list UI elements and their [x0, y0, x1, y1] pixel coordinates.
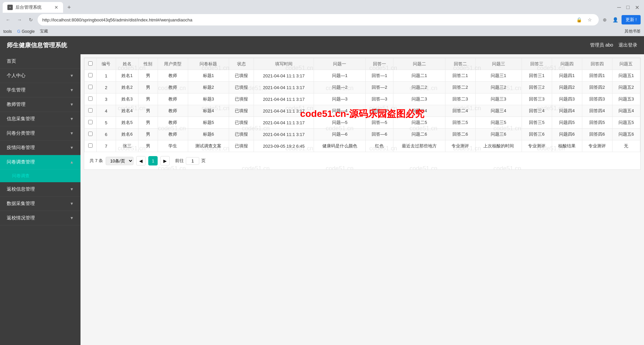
logout-button[interactable]: 退出登录 — [619, 42, 637, 48]
row-checkbox-input-6[interactable] — [88, 143, 93, 148]
page-1-button[interactable]: 1 — [148, 156, 158, 165]
bookmark-treasure[interactable]: 宝藏 — [40, 28, 48, 34]
row-a3-5: 回答三6 — [522, 129, 552, 140]
page-size-select[interactable]: 10条/页 20条/页 50条/页 — [106, 157, 133, 165]
row-a4-3: 回答四4 — [582, 105, 612, 117]
row-q2-4: 问题二5 — [393, 117, 445, 129]
row-checkbox-input-4[interactable] — [88, 120, 93, 124]
row-q2-5: 问题二6 — [393, 129, 445, 140]
header-q5: 问题五 — [612, 58, 640, 70]
tab-close-button[interactable]: ✕ — [54, 5, 58, 10]
row-user-type-4: 教师 — [158, 117, 188, 129]
sidebar-item-survey-manage[interactable]: 问卷调查管理 ▲ — [0, 155, 80, 169]
sidebar-item-return-school[interactable]: 返校信息管理 ▼ — [0, 182, 80, 197]
row-user-type-1: 教师 — [158, 82, 188, 93]
profile-icon[interactable]: 👤 — [611, 16, 620, 24]
row-a3-3: 回答三4 — [522, 105, 552, 117]
row-id-3: 4 — [97, 105, 116, 117]
row-q5-1: 问题五2 — [612, 82, 640, 93]
url-box[interactable]: http://localhost:8080/springboot43q56/ad… — [38, 14, 599, 25]
close-window-button[interactable]: ✕ — [633, 4, 641, 11]
prev-page-button[interactable]: ◀ — [136, 156, 146, 165]
row-a1-2: 回答—3 — [366, 93, 393, 105]
sidebar-sub-item-survey[interactable]: 问卷调查 — [0, 169, 80, 182]
bookmark-google[interactable]: G Google — [17, 29, 35, 34]
sidebar-data-collect-arrow: ▼ — [70, 201, 74, 206]
row-checkbox-input-2[interactable] — [88, 96, 93, 101]
sidebar-item-info-collect[interactable]: 信息采集管理 ▼ — [0, 112, 80, 126]
sidebar-item-data-collect[interactable]: 数据采集管理 ▼ — [0, 197, 80, 211]
sidebar-student-arrow: ▼ — [70, 88, 74, 92]
row-user-type-5: 教师 — [158, 129, 188, 140]
other-bookmarks[interactable]: 其他书签 — [625, 28, 641, 34]
row-q1-6: 健康码是什么颜色 — [314, 140, 366, 152]
page-input[interactable] — [186, 157, 199, 165]
reload-button[interactable]: ↻ — [26, 15, 36, 24]
row-q5-6: 无 — [612, 140, 640, 152]
bookmark-tools[interactable]: tools — [3, 29, 12, 34]
minimize-button[interactable]: ─ — [615, 4, 623, 11]
row-checkbox-input-1[interactable] — [88, 85, 93, 89]
sidebar-student-label: 学生管理 — [7, 87, 25, 93]
table-row: 1 姓名1 男 教师 标题1 已填报 2021-04-04 11:1 3:17 … — [85, 70, 640, 82]
sidebar-item-return-status[interactable]: 返校情况管理 ▼ — [0, 211, 80, 225]
row-fill-time-3: 2021-04-04 11:1 3:17 — [254, 105, 314, 117]
sidebar-item-questionnaire-category[interactable]: 问卷分类管理 ▼ — [0, 126, 80, 141]
maximize-button[interactable]: □ — [624, 4, 632, 11]
select-all-checkbox[interactable] — [88, 61, 93, 66]
sidebar-return-status-arrow: ▼ — [70, 216, 74, 220]
header-a3: 回答三 — [522, 58, 552, 70]
row-q2-6: 最近去过那些地方 — [393, 140, 445, 152]
browser-chrome: 后台管理系统 ✕ + ─ □ ✕ ← → ↻ http://localhost:… — [0, 0, 644, 36]
sidebar: 首页 个人中心 ▼ 学生管理 ▼ 教师管理 ▼ 信息采集管理 ▼ 问卷分类管理 … — [0, 54, 80, 345]
row-q4-4: 问题四5 — [552, 117, 582, 129]
row-status-0: 已填报 — [229, 70, 254, 82]
bookmarks-bar: tools G Google 宝藏 其他书签 — [0, 27, 644, 36]
sidebar-home-label: 首页 — [7, 58, 16, 64]
sidebar-item-student[interactable]: 学生管理 ▼ — [0, 83, 80, 97]
tab-favicon — [7, 5, 13, 10]
update-button[interactable]: 更新 ! — [622, 15, 641, 24]
next-page-button[interactable]: ▶ — [160, 156, 170, 165]
row-title-4: 标题5 — [188, 117, 229, 129]
row-status-1: 已填报 — [229, 82, 254, 93]
active-tab[interactable]: 后台管理系统 ✕ — [3, 2, 63, 13]
toolbar-icons: ⊕ 👤 — [601, 16, 620, 24]
forward-button[interactable]: → — [15, 15, 24, 24]
star-icon[interactable]: ☆ — [586, 16, 594, 24]
row-q3-4: 问题三5 — [475, 117, 522, 129]
table-container: code51.cn code51.cn code51.cn code51.cn … — [84, 58, 641, 170]
row-id-2: 3 — [97, 93, 116, 105]
other-bookmarks-label: 其他书签 — [625, 28, 641, 34]
row-q4-1: 问题四2 — [552, 82, 582, 93]
extensions-icon[interactable]: ⊕ — [601, 16, 609, 24]
sidebar-survey-label: 问卷调查 — [12, 173, 30, 179]
table-header-row: 编号 姓名 性别 用户类型 问卷标题 状态 填写时间 问题一 回答一 问题二 回… — [85, 58, 640, 70]
row-checkbox-6 — [85, 140, 97, 152]
sidebar-questionnaire-category-label: 问卷分类管理 — [7, 130, 35, 136]
row-gender-0: 男 — [138, 70, 158, 82]
row-checkbox-input-5[interactable] — [88, 132, 93, 136]
row-name-2: 姓名3 — [116, 93, 138, 105]
row-a1-5: 回答—6 — [366, 129, 393, 140]
sidebar-item-teacher[interactable]: 教师管理 ▼ — [0, 97, 80, 112]
row-q2-1: 问题二2 — [393, 82, 445, 93]
row-q2-2: 问题二3 — [393, 93, 445, 105]
row-name-0: 姓名1 — [116, 70, 138, 82]
new-tab-button[interactable]: + — [64, 3, 74, 12]
header-fill-time: 填写时间 — [254, 58, 314, 70]
sidebar-item-profile[interactable]: 个人中心 ▼ — [0, 69, 80, 83]
row-name-3: 姓名4 — [116, 105, 138, 117]
back-button[interactable]: ← — [3, 15, 13, 24]
sidebar-item-epidemic-questionnaire[interactable]: 疫情问卷管理 ▼ — [0, 141, 80, 155]
total-count: 共 7 条 — [90, 158, 103, 164]
address-bar: ← → ↻ http://localhost:8080/springboot43… — [0, 13, 644, 27]
row-a3-2: 回答三3 — [522, 93, 552, 105]
row-title-5: 标题6 — [188, 129, 229, 140]
row-checkbox-input-0[interactable] — [88, 73, 93, 77]
sidebar-item-home[interactable]: 首页 — [0, 54, 80, 69]
row-q2-3: 问题二4 — [393, 105, 445, 117]
row-q1-4: 问题—5 — [314, 117, 366, 129]
row-a2-1: 回答二2 — [445, 82, 475, 93]
row-checkbox-input-3[interactable] — [88, 108, 93, 113]
